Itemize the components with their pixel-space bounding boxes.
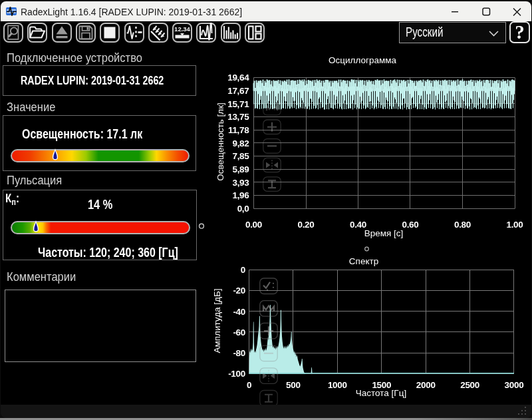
svg-text:17,67: 17,67 [227, 86, 249, 96]
svg-text:19,64: 19,64 [227, 73, 249, 83]
svg-text:1000: 1000 [328, 380, 347, 390]
svg-text:0,0: 0,0 [237, 204, 249, 214]
svg-text:-40: -40 [233, 307, 245, 317]
svg-text:0.20: 0.20 [297, 220, 314, 230]
svg-text:Спектр: Спектр [349, 256, 378, 266]
svg-text:500: 500 [286, 380, 301, 390]
svg-text:-20: -20 [233, 286, 245, 296]
svg-text:11,78: 11,78 [228, 125, 249, 135]
svg-text:2500: 2500 [460, 380, 479, 390]
svg-text:9,82: 9,82 [232, 138, 249, 148]
svg-text:Частота [Гц]: Частота [Гц] [356, 388, 406, 398]
svg-text:Освещенность [лк]: Освещенность [лк] [215, 103, 225, 181]
svg-text:0: 0 [241, 265, 245, 275]
svg-text:5,89: 5,89 [232, 164, 249, 174]
svg-text:0.00: 0.00 [245, 220, 262, 230]
svg-text:-80: -80 [233, 348, 245, 358]
svg-text:0: 0 [247, 380, 251, 390]
svg-text:15,71: 15,71 [227, 99, 249, 109]
svg-text:3,93: 3,93 [232, 178, 249, 188]
svg-text:13,75: 13,75 [227, 112, 249, 122]
svg-text:2000: 2000 [416, 380, 436, 390]
svg-text:3000: 3000 [505, 380, 524, 390]
svg-text:1,96: 1,96 [232, 190, 249, 200]
svg-text:-60: -60 [233, 327, 245, 337]
svg-text:0.80: 0.80 [454, 220, 471, 230]
svg-text:Осциллограмма: Осциллограмма [329, 55, 396, 65]
svg-text:Время [с]: Время [с] [364, 228, 404, 238]
svg-text:1.00: 1.00 [506, 220, 523, 230]
svg-text:-100: -100 [228, 369, 245, 379]
svg-text:0.60: 0.60 [402, 220, 418, 230]
svg-text:7,85: 7,85 [232, 151, 249, 161]
svg-text:Амплитуда [дБ]: Амплитуда [дБ] [212, 288, 222, 353]
